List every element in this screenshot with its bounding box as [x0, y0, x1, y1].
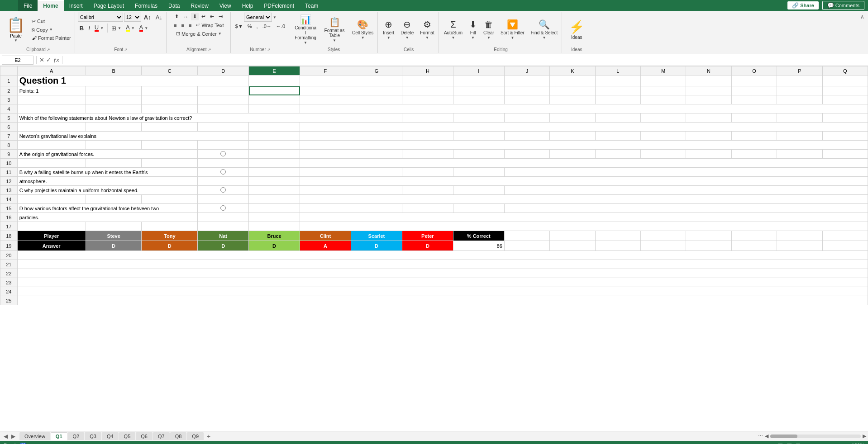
sheet-tab-q5[interactable]: Q5	[119, 432, 136, 440]
cell-Q5[interactable]	[822, 113, 868, 123]
cell-E17[interactable]	[249, 222, 300, 231]
col-header-J[interactable]: J	[504, 66, 549, 76]
horizontal-scrollbar-left[interactable]: ◀	[765, 433, 768, 439]
col-header-P[interactable]: P	[777, 66, 822, 76]
cancel-formula-icon[interactable]: ✕	[39, 57, 44, 63]
formula-input[interactable]	[65, 56, 866, 65]
row-header-10[interactable]: 10	[0, 159, 18, 168]
row-header-11[interactable]: 11	[0, 168, 18, 177]
tab-home[interactable]: Home	[38, 0, 63, 11]
cell-H1[interactable]	[402, 76, 453, 86]
cell-E6[interactable]	[249, 123, 300, 132]
cell-M18[interactable]	[640, 231, 686, 241]
wrap-text-button[interactable]: ↵ Wrap Text	[194, 21, 225, 29]
cell-Q18[interactable]	[822, 231, 868, 241]
cell-A23[interactable]	[17, 278, 868, 287]
cell-K2[interactable]	[550, 86, 595, 95]
font-size-select[interactable]: 12	[124, 13, 141, 22]
cell-J1[interactable]	[504, 76, 549, 86]
accessibility-icon[interactable]: ♿	[20, 443, 26, 444]
cell-I18-pct[interactable]: % Correct	[453, 231, 504, 241]
cell-P18[interactable]	[777, 231, 822, 241]
tab-team[interactable]: Team	[300, 0, 324, 11]
cell-L2[interactable]	[595, 86, 640, 95]
row-header-16[interactable]: 16	[0, 213, 18, 222]
cell-B10[interactable]	[86, 159, 142, 168]
add-sheet-button[interactable]: +	[204, 432, 213, 441]
cell-D4[interactable]	[198, 104, 249, 113]
insert-function-icon[interactable]: ƒx	[53, 57, 59, 63]
cell-M19[interactable]	[640, 241, 686, 251]
view-page-layout-icon[interactable]: ▣	[787, 442, 792, 444]
cell-C6[interactable]	[142, 123, 198, 132]
row-header-22[interactable]: 22	[0, 269, 18, 278]
ribbon-collapse-button[interactable]: ∧	[860, 14, 864, 20]
col-header-G[interactable]: G	[351, 66, 402, 76]
clipboard-expand-icon[interactable]: ↗	[47, 47, 50, 52]
cell-D18-nat[interactable]: Nat	[198, 231, 249, 241]
sheets-nav-left[interactable]: ◀	[2, 433, 10, 439]
cell-E2[interactable]	[249, 86, 300, 95]
cell-H18-peter[interactable]: Peter	[402, 231, 453, 241]
cell-G5[interactable]	[351, 113, 402, 123]
cell-E3[interactable]	[249, 95, 300, 104]
share-button[interactable]: 🔗 Share	[787, 1, 819, 9]
col-header-H[interactable]: H	[402, 66, 453, 76]
cell-H11[interactable]	[402, 168, 453, 177]
row-header-15[interactable]: 15	[0, 204, 18, 213]
cell-K1[interactable]	[550, 76, 595, 86]
cell-G9[interactable]	[351, 150, 402, 159]
cell-E14[interactable]	[249, 195, 300, 204]
row-header-6[interactable]: 6	[0, 123, 18, 132]
cell-N9[interactable]	[686, 150, 731, 159]
cell-I7[interactable]	[453, 132, 504, 141]
cell-H13[interactable]	[402, 186, 453, 195]
cell-E15[interactable]	[249, 204, 300, 213]
cell-D11[interactable]	[198, 168, 249, 177]
cell-J9[interactable]	[504, 150, 549, 159]
cell-J19[interactable]	[504, 241, 549, 251]
clear-button[interactable]: 🗑 Clear ▼	[481, 18, 496, 41]
row-header-21[interactable]: 21	[0, 260, 18, 269]
row-header-4[interactable]: 4	[0, 104, 18, 113]
cell-H9[interactable]	[402, 150, 453, 159]
cell-C10[interactable]	[142, 159, 198, 168]
cell-L9[interactable]	[595, 150, 640, 159]
cell-F12[interactable]	[300, 177, 868, 186]
cell-B14[interactable]	[86, 195, 142, 204]
cell-P1[interactable]	[777, 76, 822, 86]
cell-D16[interactable]	[198, 213, 249, 222]
cell-E10[interactable]	[249, 159, 300, 168]
cell-B8[interactable]	[86, 141, 142, 150]
cell-C19-answer-tony[interactable]: D	[142, 241, 198, 251]
tab-page-layout[interactable]: Page Layout	[88, 0, 129, 11]
cut-button[interactable]: ✂ Cut	[30, 18, 73, 25]
font-expand-icon[interactable]: ↗	[124, 47, 128, 52]
cell-G1[interactable]	[351, 76, 402, 86]
row-header-23[interactable]: 23	[0, 278, 18, 287]
cell-P2[interactable]	[777, 86, 822, 95]
cell-F4[interactable]	[300, 104, 868, 113]
row-header-12[interactable]: 12	[0, 177, 18, 186]
cell-E16[interactable]	[249, 213, 300, 222]
cell-O2[interactable]	[731, 86, 777, 95]
cell-I1[interactable]	[453, 76, 504, 86]
cell-F14[interactable]	[300, 195, 868, 204]
cell-J5[interactable]	[504, 113, 549, 123]
col-header-Q[interactable]: Q	[822, 66, 868, 76]
cell-E1[interactable]	[249, 76, 300, 86]
cell-D3[interactable]	[198, 95, 249, 104]
cell-N7[interactable]	[686, 132, 731, 141]
cell-N19[interactable]	[686, 241, 731, 251]
cell-A6[interactable]	[17, 123, 86, 132]
align-center-button[interactable]: ≡	[180, 22, 186, 29]
row-header-24[interactable]: 24	[0, 287, 18, 296]
cell-K5[interactable]	[550, 113, 595, 123]
cell-A24[interactable]	[17, 287, 868, 296]
cell-C14[interactable]	[142, 195, 198, 204]
cell-D2[interactable]	[198, 86, 249, 95]
cell-P7[interactable]	[777, 132, 822, 141]
cell-D9[interactable]	[198, 150, 249, 159]
merge-center-button[interactable]: ⊡ Merge & Center ▼	[174, 30, 224, 38]
cell-B6[interactable]	[86, 123, 142, 132]
